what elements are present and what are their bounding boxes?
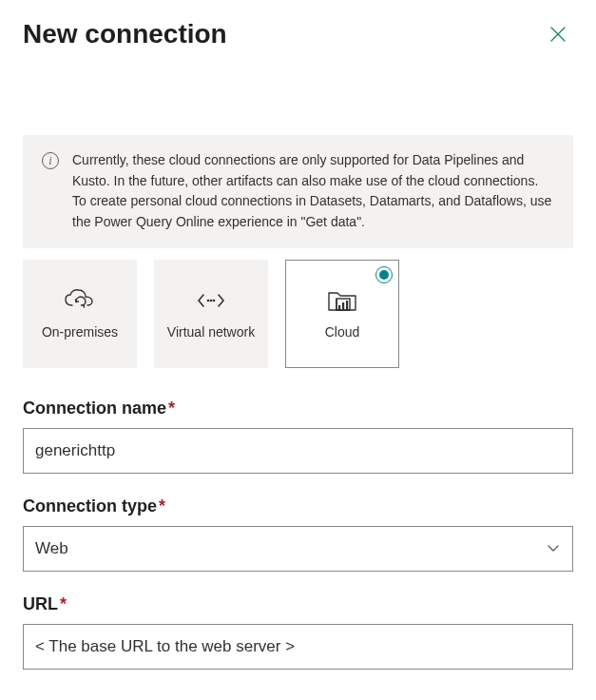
- svg-point-2: [213, 299, 216, 301]
- tile-cloud[interactable]: Cloud: [285, 260, 399, 368]
- svg-rect-6: [346, 301, 348, 310]
- tile-label: Virtual network: [167, 323, 255, 340]
- svg-rect-4: [338, 305, 340, 310]
- page-title: New connection: [23, 19, 227, 49]
- url-label: URL*: [23, 594, 573, 614]
- close-button[interactable]: [543, 19, 573, 49]
- network-icon: [197, 287, 225, 314]
- connection-kind-tiles: On-premises Virtual network: [23, 260, 573, 368]
- info-icon: i: [42, 152, 59, 169]
- cloud-sync-icon: [64, 287, 96, 314]
- connection-type-label: Connection type*: [23, 496, 573, 516]
- connection-type-select[interactable]: Web: [23, 526, 573, 572]
- connection-name-input[interactable]: [23, 428, 573, 474]
- close-icon: [548, 25, 567, 44]
- url-input[interactable]: [23, 624, 573, 670]
- info-text: Currently, these cloud connections are o…: [72, 150, 554, 233]
- tile-label: On-premises: [42, 323, 118, 340]
- svg-point-0: [207, 299, 210, 301]
- selected-badge-icon: [375, 266, 393, 283]
- connection-name-label: Connection name*: [23, 399, 573, 418]
- tile-virtual-network[interactable]: Virtual network: [154, 260, 268, 368]
- svg-point-1: [210, 299, 213, 301]
- required-asterisk: *: [168, 399, 175, 418]
- folder-chart-icon: [327, 287, 357, 314]
- tile-on-premises[interactable]: On-premises: [23, 260, 137, 368]
- svg-rect-5: [342, 302, 344, 310]
- tile-label: Cloud: [325, 323, 360, 340]
- required-asterisk: *: [159, 496, 165, 515]
- required-asterisk: *: [60, 594, 67, 613]
- info-banner: i Currently, these cloud connections are…: [23, 135, 573, 248]
